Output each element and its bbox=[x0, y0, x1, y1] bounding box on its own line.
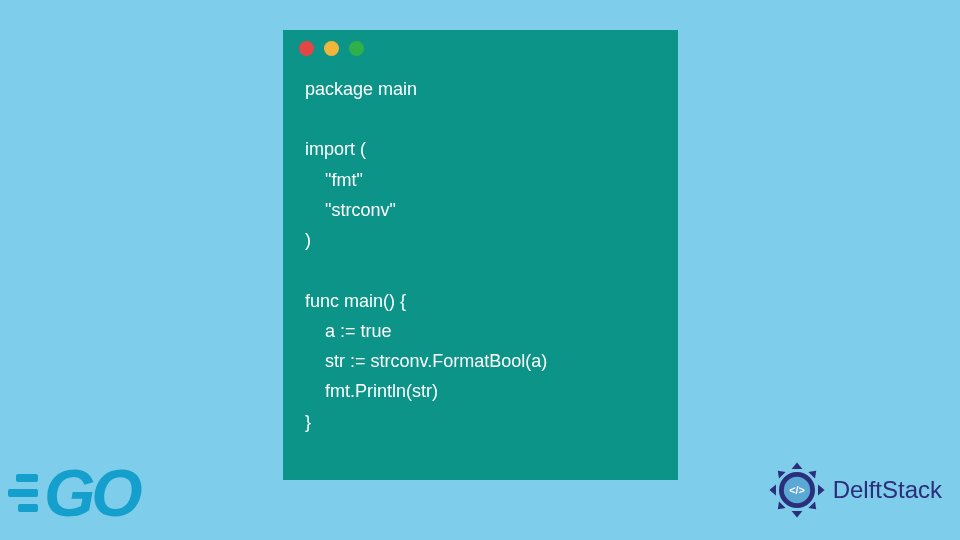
delftstack-gear-icon: </> bbox=[767, 460, 827, 520]
delftstack-logo: </> DelftStack bbox=[767, 460, 942, 520]
delftstack-logo-text: DelftStack bbox=[833, 476, 942, 504]
code-window: package main import ( "fmt" "strconv" ) … bbox=[283, 30, 678, 480]
close-dot-icon bbox=[299, 41, 314, 56]
code-glyph-icon: </> bbox=[789, 484, 805, 496]
code-body: package main import ( "fmt" "strconv" ) … bbox=[283, 66, 678, 451]
go-logo: GO bbox=[8, 460, 139, 526]
maximize-dot-icon bbox=[349, 41, 364, 56]
go-logo-text: GO bbox=[44, 460, 139, 526]
window-titlebar bbox=[283, 30, 678, 66]
minimize-dot-icon bbox=[324, 41, 339, 56]
go-speed-lines-icon bbox=[8, 474, 38, 512]
